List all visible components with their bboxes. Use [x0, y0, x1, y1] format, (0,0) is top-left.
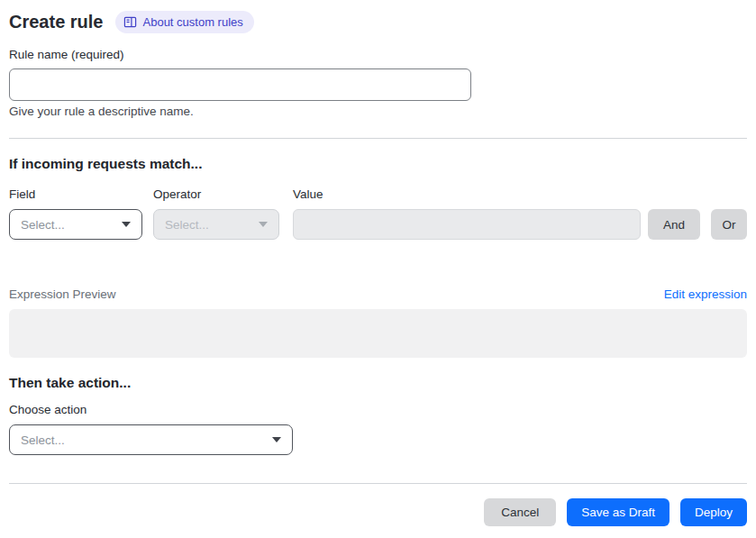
edit-expression-link[interactable]: Edit expression	[664, 287, 747, 302]
operator-select-value: Select...	[165, 218, 209, 232]
match-labels-row: Field Operator Value	[9, 187, 747, 202]
value-label: Value	[293, 187, 641, 202]
footer-actions: Cancel Save as Draft Deploy	[9, 498, 747, 526]
divider-top	[9, 138, 747, 139]
or-button[interactable]: Or	[711, 209, 747, 240]
field-select-value: Select...	[21, 218, 65, 232]
rule-name-input[interactable]	[9, 68, 471, 101]
expression-preview-label: Expression Preview	[9, 287, 116, 302]
header: Create rule About custom rules	[9, 9, 747, 34]
value-input[interactable]	[293, 209, 641, 240]
expression-preview-box	[9, 309, 747, 358]
divider-bottom	[9, 483, 747, 484]
match-section-heading: If incoming requests match...	[9, 155, 747, 172]
choose-action-select[interactable]: Select...	[9, 424, 293, 455]
about-custom-rules-badge[interactable]: About custom rules	[115, 11, 254, 33]
chevron-down-icon	[259, 222, 268, 227]
chevron-down-icon	[272, 437, 281, 442]
operator-select[interactable]: Select...	[153, 209, 279, 240]
choose-action-value: Select...	[21, 433, 65, 447]
about-badge-label: About custom rules	[143, 16, 243, 28]
action-section-heading: Then take action...	[9, 374, 747, 391]
rule-name-group: Rule name (required) Give your rule a de…	[9, 48, 747, 119]
field-select[interactable]: Select...	[9, 209, 142, 240]
and-button[interactable]: And	[648, 209, 700, 240]
match-controls-row: Select... Select... And Or	[9, 209, 747, 240]
rule-name-helper: Give your rule a descriptive name.	[9, 105, 747, 119]
operator-label: Operator	[153, 187, 279, 202]
deploy-button[interactable]: Deploy	[680, 498, 747, 526]
page-title: Create rule	[9, 9, 104, 34]
expression-preview-row: Expression Preview Edit expression	[9, 287, 747, 302]
create-rule-form: Create rule About custom rules Rule name…	[0, 0, 756, 526]
field-label: Field	[9, 187, 142, 202]
rule-name-label: Rule name (required)	[9, 48, 747, 62]
book-icon	[123, 15, 137, 29]
cancel-button[interactable]: Cancel	[484, 498, 556, 526]
save-as-draft-button[interactable]: Save as Draft	[567, 498, 669, 526]
chevron-down-icon	[122, 222, 131, 227]
choose-action-label: Choose action	[9, 403, 747, 417]
